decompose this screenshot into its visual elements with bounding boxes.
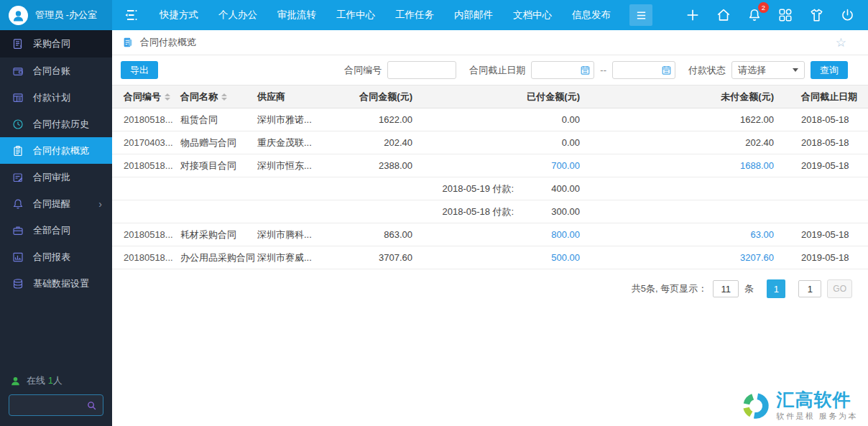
table-row: 20170403...物品赠与合同重庆金茂联...202.400.00202.4… (112, 131, 868, 154)
contracts-table: 合同编号合同名称供应商合同金额(元)已付金额(元)未付金额(元)合同截止日期 2… (112, 85, 868, 269)
contract-no-cell: 20180518... (124, 252, 180, 263)
paid-amount-cell[interactable]: 500.00 (420, 252, 586, 263)
payment-plan-icon (12, 92, 24, 103)
power-icon[interactable] (840, 8, 855, 23)
column-header[interactable]: 合同编号 (124, 91, 180, 103)
notification-badge: 2 (758, 2, 769, 13)
online-status: 在线 1人 (0, 374, 112, 387)
sidebar-item-overview-clipboard[interactable]: 合同付款概览 (0, 137, 112, 164)
unpaid-amount-cell[interactable]: 3207.60 (586, 252, 781, 263)
query-button[interactable]: 查询 (811, 61, 848, 79)
top-menu-item[interactable]: 个人办公 (208, 0, 267, 30)
contract-name-cell: 对接项目合同 (180, 159, 257, 172)
contract-name-cell: 耗材采购合同 (180, 228, 257, 241)
top-menu-item[interactable]: 审批流转 (267, 0, 326, 30)
calendar-icon[interactable] (661, 65, 672, 75)
menu-list-icon[interactable] (122, 6, 139, 24)
chevron-down-icon (793, 68, 798, 72)
top-menu-item[interactable]: 内部邮件 (444, 0, 503, 30)
payment-detail-cell: 2018-05-18 付款:300.00 (420, 205, 586, 218)
payment-status-label: 付款状态 (688, 64, 726, 77)
sidebar-item-label: 付款计划 (33, 91, 70, 104)
top-menu-item[interactable]: 快捷方式 (149, 0, 208, 30)
contract-no-input[interactable] (387, 61, 456, 79)
favorite-star-icon[interactable]: ☆ (836, 37, 846, 49)
sidebar-item-contract-doc[interactable]: 采购合同 (0, 30, 112, 57)
deadline-cell: 2019-05-18 (781, 252, 868, 263)
calendar-icon[interactable] (580, 65, 591, 75)
top-menu-item[interactable]: 文档中心 (503, 0, 562, 30)
page-icon (122, 37, 134, 48)
sidebar-item-approval[interactable]: 合同审批 (0, 164, 112, 190)
unpaid-amount-cell[interactable]: 1688.00 (586, 160, 781, 171)
topbar-icons: 2 (685, 7, 868, 24)
sidebar-item-payment-plan[interactable]: 付款计划 (0, 84, 112, 111)
sidebar-item-report-chart[interactable]: 合同报表 (0, 244, 112, 270)
table-row: 20180518...办公用品采购合同深圳市赛威...3707.60500.00… (112, 246, 868, 269)
contract-no-cell: 20180518... (124, 229, 180, 240)
sidebar-item-ledger[interactable]: 合同台账 (0, 57, 112, 84)
home-icon[interactable] (716, 7, 731, 23)
tshirt-icon[interactable] (808, 7, 825, 24)
contract-amount-cell: 1622.00 (347, 114, 420, 125)
sidebar-item-base-data[interactable]: 基础数据设置 (0, 270, 112, 297)
vendor-logo: 汇高软件 软件是根 服务为本 (739, 389, 858, 422)
user-avatar-icon (9, 6, 28, 25)
sidebar-item-label: 基础数据设置 (33, 277, 89, 290)
sidebar-item-history-clock[interactable]: 合同付款历史 (0, 111, 112, 137)
contract-amount-cell: 3707.60 (347, 252, 420, 263)
sidebar-item-all-contracts[interactable]: 全部合同 (0, 217, 112, 244)
page-title: 合同付款概览 (140, 36, 196, 49)
sort-icon[interactable] (165, 93, 170, 101)
topbar: 管理员 -办公室 快捷方式个人办公审批流转工作中心工作任务内部邮件文档中心信息发… (0, 0, 868, 30)
contract-name-cell: 租赁合同 (180, 114, 257, 126)
payment-date-label: 2018-05-18 付款: (443, 205, 514, 218)
top-menu-item[interactable]: 信息发布 (562, 0, 621, 30)
top-menu-item[interactable]: 工作中心 (326, 0, 385, 30)
unpaid-amount-cell: 202.40 (586, 137, 781, 148)
overview-clipboard-icon (12, 145, 24, 157)
table-row: 20180518...耗材采购合同深圳市腾科...863.00800.0063.… (112, 223, 868, 246)
notifications-icon[interactable]: 2 (747, 7, 762, 23)
sidebar-item-label: 合同报表 (33, 251, 70, 264)
sidebar-item-label: 全部合同 (33, 224, 70, 237)
sidebar-search-input[interactable] (9, 400, 86, 410)
payment-status-select[interactable]: 请选择 (731, 61, 805, 79)
payment-value: 300.00 (551, 206, 580, 217)
unpaid-amount-cell[interactable]: 63.00 (586, 229, 781, 240)
column-header: 合同金额(元) (347, 91, 420, 103)
all-contracts-icon (12, 225, 24, 236)
current-user[interactable]: 管理员 -办公室 (0, 0, 112, 30)
current-page-button[interactable]: 1 (767, 279, 785, 298)
ledger-icon (12, 65, 24, 77)
go-button[interactable]: GO (827, 279, 852, 298)
contract-name-cell: 物品赠与合同 (180, 136, 257, 149)
paid-amount-cell[interactable]: 800.00 (420, 229, 586, 240)
contract-no-label: 合同编号 (344, 64, 382, 77)
payment-sub-row: 2018-05-19 付款:400.00 (112, 177, 868, 200)
deadline-cell: 2019-05-18 (781, 229, 868, 240)
payment-date-label: 2018-05-19 付款: (443, 182, 514, 195)
add-icon[interactable] (685, 7, 701, 23)
export-button[interactable]: 导出 (121, 61, 158, 79)
column-header[interactable]: 合同名称 (180, 91, 257, 103)
contract-no-cell: 20180518... (124, 160, 180, 171)
paid-amount-cell[interactable]: 700.00 (420, 160, 586, 171)
apps-grid-icon[interactable] (777, 7, 793, 23)
supplier-cell: 深圳市赛威... (257, 251, 347, 264)
top-menu-item[interactable]: 工作任务 (385, 0, 444, 30)
unpaid-amount-cell: 1622.00 (586, 114, 781, 125)
approval-icon (12, 172, 24, 183)
nav-collapse-icon[interactable] (629, 4, 652, 26)
contract-amount-cell: 863.00 (347, 229, 420, 240)
page-size-input[interactable] (713, 280, 739, 297)
search-icon[interactable] (86, 400, 97, 411)
user-name: 管理员 -办公室 (35, 9, 97, 22)
deadline-cell: 2019-05-18 (781, 160, 868, 171)
sidebar-item-reminder-bell[interactable]: 合同提醒› (0, 190, 112, 217)
unit-label: 条 (744, 282, 754, 295)
breadcrumb: 合同付款概览 ☆ (112, 30, 868, 55)
contract-doc-icon (12, 38, 24, 50)
sort-icon[interactable] (221, 93, 227, 101)
goto-page-input[interactable] (798, 280, 821, 297)
